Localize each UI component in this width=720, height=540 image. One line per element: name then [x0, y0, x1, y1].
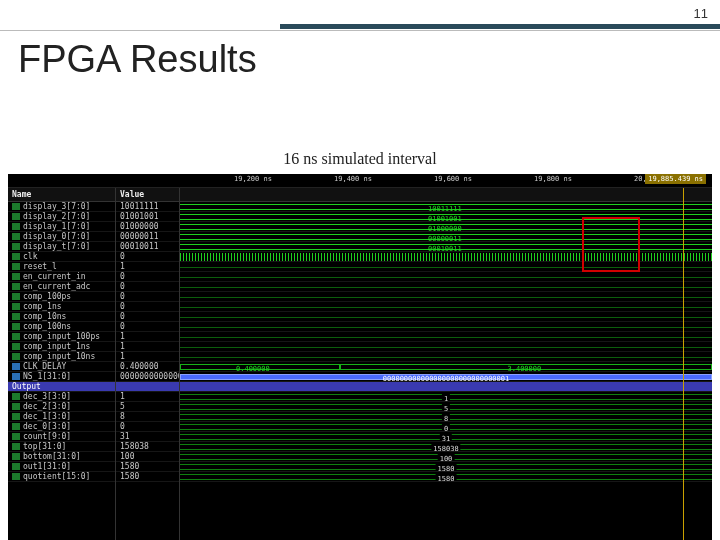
signal-name[interactable]: CLK_DELAY	[8, 362, 115, 372]
signal-type-icon	[12, 203, 20, 210]
waveform-row[interactable]	[180, 342, 712, 352]
signal-name[interactable]: quotient[15:0]	[8, 472, 115, 482]
waveform-row[interactable]: 158038	[180, 442, 712, 452]
waveform-row[interactable]	[180, 302, 712, 312]
signal-type-icon	[12, 313, 20, 320]
waveform-row[interactable]: 8	[180, 412, 712, 422]
signal-name[interactable]: comp_input_100ps	[8, 332, 115, 342]
signal-type-icon	[12, 353, 20, 360]
signal-name[interactable]: count[9:0]	[8, 432, 115, 442]
signal-name[interactable]: comp_input_1ns	[8, 342, 115, 352]
signal-name-text: comp_10ns	[23, 312, 66, 321]
cursor-time-label: 19,885.439 ns	[645, 174, 706, 184]
waveform-row[interactable]: 31	[180, 432, 712, 442]
waveform-column[interactable]: 1001111101001001010000000000001100010011…	[180, 188, 712, 540]
signal-name[interactable]: comp_input_10ns	[8, 352, 115, 362]
signal-name[interactable]: bottom[31:0]	[8, 452, 115, 462]
signal-type-icon	[12, 233, 20, 240]
waveform-row[interactable]: 01000000	[180, 222, 712, 232]
waveform-row[interactable]	[180, 262, 712, 272]
signal-name[interactable]: display_0[7:0]	[8, 232, 115, 242]
signal-name[interactable]: Output	[8, 382, 115, 392]
waveform-row[interactable]: 00000011	[180, 232, 712, 242]
signal-name[interactable]: display_t[7:0]	[8, 242, 115, 252]
waveform-row[interactable]	[180, 332, 712, 342]
cursor-line[interactable]	[683, 188, 684, 540]
signal-name[interactable]: en_current_in	[8, 272, 115, 282]
bus-center-label: 1580	[436, 474, 457, 482]
bus-value-label: 01001001	[428, 214, 462, 222]
bus-value-label: 00000011	[428, 234, 462, 242]
bus-wave: 10011111	[180, 204, 712, 210]
signal-name[interactable]: comp_1ns	[8, 302, 115, 312]
waveform-row[interactable]	[180, 292, 712, 302]
signal-name-text: NS_1[31:0]	[23, 372, 71, 381]
waveform-row[interactable]	[180, 322, 712, 332]
signal-name[interactable]: dec_0[3:0]	[8, 422, 115, 432]
waveform-row[interactable]: 000000000000000000000000000001	[180, 372, 712, 382]
waveform-row[interactable]: 1580	[180, 472, 712, 482]
signal-value-column: Value 1001111101001001010000000000001100…	[116, 188, 180, 540]
signal-name-text: display_3[7:0]	[23, 202, 90, 211]
waveform-row[interactable]: 10011111	[180, 202, 712, 212]
signal-name[interactable]: comp_100ps	[8, 292, 115, 302]
signal-name[interactable]: clk	[8, 252, 115, 262]
bus-center-label: 5	[442, 404, 450, 412]
signal-name-text: display_1[7:0]	[23, 222, 90, 231]
signal-name-text: dec_2[3:0]	[23, 402, 71, 411]
scalar-wave	[180, 277, 712, 278]
waveform-row[interactable]: 100	[180, 452, 712, 462]
signal-name-text: display_2[7:0]	[23, 212, 90, 221]
bus-wave: 00000011	[180, 234, 712, 240]
signal-type-icon	[12, 303, 20, 310]
column-header-value: Value	[116, 188, 179, 202]
signal-name[interactable]: comp_100ns	[8, 322, 115, 332]
signal-value: 31	[116, 432, 179, 442]
signal-name[interactable]: display_2[7:0]	[8, 212, 115, 222]
signal-value: 0	[116, 422, 179, 432]
signal-name-text: dec_0[3:0]	[23, 422, 71, 431]
signal-type-icon	[12, 393, 20, 400]
bus-center-label: 100	[438, 454, 455, 462]
signal-name[interactable]: NS_1[31:0]	[8, 372, 115, 382]
signal-name[interactable]: out1[31:0]	[8, 462, 115, 472]
signal-name[interactable]: dec_1[3:0]	[8, 412, 115, 422]
scalar-wave	[180, 327, 712, 328]
waveform-row[interactable]	[180, 252, 712, 262]
waveform-row[interactable]: 1	[180, 392, 712, 402]
signal-type-icon	[12, 413, 20, 420]
delta-label-right: 3.400000	[508, 364, 542, 372]
signal-type-icon	[12, 273, 20, 280]
signal-name[interactable]: reset_l	[8, 262, 115, 272]
waveform-row[interactable]	[180, 382, 712, 392]
waveform-row[interactable]: 1580	[180, 462, 712, 472]
signal-name[interactable]: comp_10ns	[8, 312, 115, 322]
signal-name[interactable]: display_1[7:0]	[8, 222, 115, 232]
signal-value	[116, 382, 179, 392]
signal-type-icon	[12, 463, 20, 470]
waveform-row[interactable]	[180, 282, 712, 292]
signal-name[interactable]: en_current_adc	[8, 282, 115, 292]
waveform-row[interactable]: 00010011	[180, 242, 712, 252]
waveform-row[interactable]	[180, 352, 712, 362]
signal-name-text: comp_input_1ns	[23, 342, 90, 351]
signal-name-text: count[9:0]	[23, 432, 71, 441]
waveform-row[interactable]	[180, 312, 712, 322]
time-ruler[interactable]: 19,200 ns 19,400 ns 19,600 ns 19,800 ns …	[8, 174, 712, 188]
signal-name-text: reset_l	[23, 262, 57, 271]
signal-value: 1	[116, 342, 179, 352]
signal-value: 0	[116, 272, 179, 282]
waveform-row[interactable]	[180, 272, 712, 282]
signal-name[interactable]: dec_2[3:0]	[8, 402, 115, 412]
waveform-row[interactable]: 0.4000003.400000	[180, 362, 712, 372]
waveform-row[interactable]: 5	[180, 402, 712, 412]
waveform-row[interactable]: 0	[180, 422, 712, 432]
signal-name[interactable]: dec_3[3:0]	[8, 392, 115, 402]
signal-name-text: comp_1ns	[23, 302, 62, 311]
signal-name[interactable]: display_3[7:0]	[8, 202, 115, 212]
bus-center-label: 8	[442, 414, 450, 422]
signal-value: 00010011	[116, 242, 179, 252]
signal-name[interactable]: top[31:0]	[8, 442, 115, 452]
waveform-row[interactable]: 01001001	[180, 212, 712, 222]
signal-name-text: comp_100ns	[23, 322, 71, 331]
